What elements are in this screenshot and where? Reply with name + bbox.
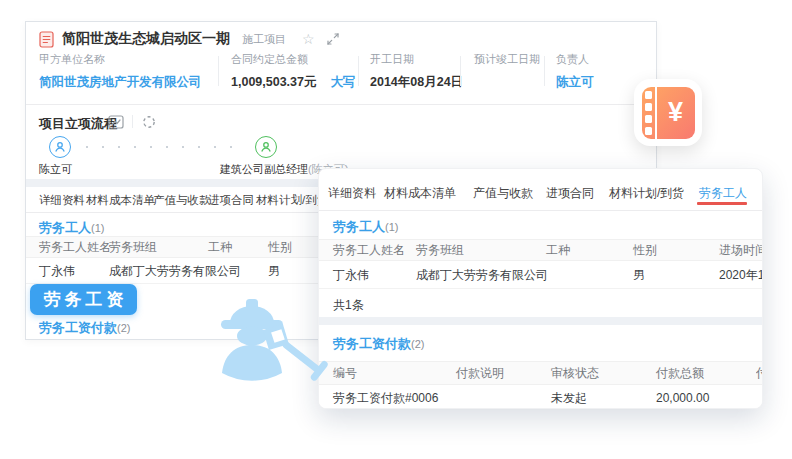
process-connector: [86, 146, 246, 148]
labor-panel: 详细资料 材料成本清单 产值与收款 进项合同 材料计划/到货 劳务工人 劳务工人…: [318, 168, 763, 409]
panel-tab-detail[interactable]: 详细资料: [328, 185, 376, 202]
field-divider: [218, 56, 219, 86]
window-titlebar: 简阳世茂生态城启动区一期 施工项目 ☆: [39, 30, 339, 48]
col-worker-name: 劳务工人姓名: [39, 239, 111, 256]
document-icon: [39, 31, 54, 48]
entry-date-cell: 2020年10月: [719, 266, 763, 283]
screenshot-stage: 简阳世茂生态城启动区一期 施工项目 ☆ 甲方单位名称 简阳世茂房地产开发有限公司…: [0, 0, 792, 459]
project-type-label: 施工项目: [242, 32, 286, 47]
worker-section-title: 劳务工人(1): [39, 219, 104, 237]
crew-company-link[interactable]: 成都丁大劳劳务有限公司: [109, 262, 241, 279]
tab-incoming-contracts[interactable]: 进项合同: [208, 193, 254, 208]
field-divider: [460, 56, 461, 86]
panel-section-separator: [319, 317, 762, 325]
manager-link[interactable]: 陈立可: [556, 74, 594, 91]
star-icon[interactable]: ☆: [302, 32, 315, 46]
section-divider: [26, 104, 656, 105]
gender-cell: 男: [268, 262, 280, 279]
panel-tab-output-receipts[interactable]: 产值与收款: [473, 185, 533, 202]
panel-tab-incoming-contracts[interactable]: 进项合同: [546, 185, 594, 202]
col-payment-note: 付款说明: [456, 365, 504, 382]
process-section-title: 项目立项流程: [39, 115, 117, 133]
worker-total-count: 共1条: [333, 297, 364, 314]
amount-in-words-link[interactable]: 大写: [331, 74, 356, 91]
yuan-icon: ¥: [642, 87, 695, 139]
contract-amount-value: 1,009,503.37元: [231, 74, 317, 91]
labor-wage-badge: 劳务工资: [30, 284, 137, 315]
payment-id-link[interactable]: 劳务工资付款#0006: [333, 390, 438, 407]
field-label: 甲方单位名称: [39, 52, 202, 67]
col-clipped: 付: [756, 365, 763, 382]
panel-worker-table-row[interactable]: 丁永伟 成都丁大劳劳务有限公司 男 2020年10月: [319, 261, 762, 289]
col-crew: 劳务班组: [416, 242, 464, 259]
payment-table-row[interactable]: 劳务工资付款#0006 未发起 20,000.00: [319, 385, 762, 409]
panel-worker-section-title: 劳务工人(1): [333, 218, 398, 236]
col-review-status: 审核状态: [551, 365, 599, 382]
payment-total-cell: 20,000.00: [656, 391, 709, 405]
payment-section-title: 劳务工资付款(2): [39, 319, 130, 337]
tab-output-receipts[interactable]: 产值与收款: [153, 193, 211, 208]
panel-tab-labor-workers[interactable]: 劳务工人: [699, 185, 747, 202]
yuan-icon-card: ¥: [634, 79, 702, 146]
owner-company-link[interactable]: 简阳世茂房地产开发有限公司: [39, 74, 202, 91]
worker-name-link[interactable]: 丁永伟: [333, 266, 369, 283]
col-gender: 性别: [633, 242, 657, 259]
col-entry-date: 进场时间: [719, 242, 763, 259]
flowchart-icon[interactable]: [108, 115, 124, 133]
col-trade: 工种: [208, 239, 232, 256]
refresh-icon[interactable]: [142, 115, 156, 133]
yuan-symbol: ¥: [657, 87, 695, 139]
crew-company-link[interactable]: 成都丁大劳劳务有限公司: [416, 266, 548, 283]
panel-worker-table-header: 劳务工人姓名 劳务班组 工种 性别 进场时间: [319, 239, 762, 261]
worker-name-link[interactable]: 丁永伟: [39, 262, 75, 279]
active-tab-underline: [697, 202, 747, 205]
payment-table-header: 编号 付款说明 审核状态 付款总额 付: [319, 361, 762, 385]
process-step-avatar-icon: [255, 136, 277, 158]
col-crew: 劳务班组: [109, 239, 157, 256]
field-owner: 甲方单位名称 简阳世茂房地产开发有限公司: [39, 52, 202, 91]
field-divider: [544, 56, 545, 86]
panel-tab-material-plan[interactable]: 材料计划/到货: [609, 185, 684, 202]
start-date-value: 2014年08月24日: [370, 74, 463, 91]
field-label: 预计竣工日期: [474, 52, 540, 67]
field-label: 开工日期: [370, 52, 463, 67]
process-step-name: 陈立可: [39, 162, 72, 177]
panel-tabs-divider: [319, 210, 762, 211]
review-status-cell: 未发起: [551, 390, 587, 407]
col-payment-total: 付款总额: [656, 365, 704, 382]
project-title: 简阳世茂生态城启动区一期: [62, 30, 230, 48]
icon-divider: [132, 115, 133, 128]
col-trade: 工种: [546, 242, 570, 259]
field-divider: [358, 56, 359, 86]
gender-cell: 男: [633, 266, 645, 283]
field-expected-finish-date: 预计竣工日期: [474, 52, 540, 74]
tab-detail[interactable]: 详细资料: [39, 193, 85, 208]
field-manager: 负责人 陈立可: [556, 52, 594, 91]
tab-material-cost[interactable]: 材料成本清单: [86, 193, 155, 208]
col-gender: 性别: [268, 239, 292, 256]
panel-payment-section-title: 劳务工资付款(2): [333, 335, 424, 353]
field-start-date: 开工日期 2014年08月24日: [370, 52, 463, 91]
field-label: 负责人: [556, 52, 594, 67]
field-label: 合同约定总金额: [231, 52, 356, 67]
panel-tab-material-cost[interactable]: 材料成本清单: [384, 185, 456, 202]
expand-icon[interactable]: [327, 33, 339, 45]
col-payment-id: 编号: [333, 365, 357, 382]
col-worker-name: 劳务工人姓名: [333, 242, 405, 259]
process-step-avatar-icon: [49, 136, 71, 158]
field-contract-amount: 合同约定总金额 1,009,503.37元 大写: [231, 52, 356, 91]
